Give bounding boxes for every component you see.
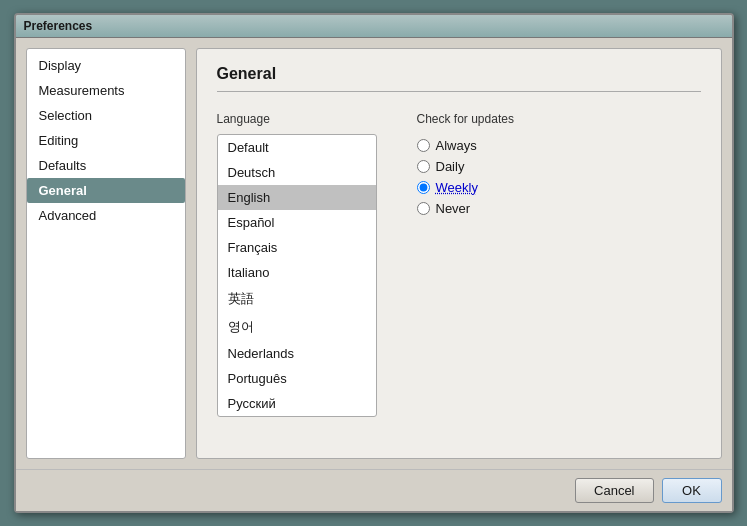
cancel-button[interactable]: Cancel (575, 478, 653, 503)
update-radio-weekly[interactable] (417, 181, 430, 194)
language-item-nederlands[interactable]: Nederlands (218, 341, 376, 366)
ok-button[interactable]: OK (662, 478, 722, 503)
update-radio-never[interactable] (417, 202, 430, 215)
window-title: Preferences (24, 19, 93, 33)
update-label-weekly: Weekly (436, 180, 478, 195)
update-label-daily: Daily (436, 159, 465, 174)
language-list[interactable]: DefaultDeutschEnglishEspañolFrançaisItal… (217, 134, 377, 417)
sidebar-item-defaults[interactable]: Defaults (27, 153, 185, 178)
language-section: Language DefaultDeutschEnglishEspañolFra… (217, 112, 377, 442)
sidebar-item-measurements[interactable]: Measurements (27, 78, 185, 103)
update-option-never[interactable]: Never (417, 201, 514, 216)
update-option-daily[interactable]: Daily (417, 159, 514, 174)
main-content: General Language DefaultDeutschEnglishEs… (196, 48, 722, 459)
language-item-japanese[interactable]: 英語 (218, 285, 376, 313)
updates-section: Check for updates AlwaysDailyWeeklyNever (417, 112, 514, 442)
language-item-korean[interactable]: 영어 (218, 313, 376, 341)
language-label: Language (217, 112, 377, 126)
language-item-portugues[interactable]: Português (218, 366, 376, 391)
language-item-italiano[interactable]: Italiano (218, 260, 376, 285)
language-item-default[interactable]: Default (218, 135, 376, 160)
language-item-deutsch[interactable]: Deutsch (218, 160, 376, 185)
updates-label: Check for updates (417, 112, 514, 126)
update-option-always[interactable]: Always (417, 138, 514, 153)
page-title: General (217, 65, 701, 92)
language-item-espanol[interactable]: Español (218, 210, 376, 235)
update-label-never: Never (436, 201, 471, 216)
update-radio-daily[interactable] (417, 160, 430, 173)
update-radio-always[interactable] (417, 139, 430, 152)
footer: Cancel OK (16, 469, 732, 511)
title-bar: Preferences (16, 15, 732, 38)
language-item-russian[interactable]: Русский (218, 391, 376, 416)
updates-radio-group: AlwaysDailyWeeklyNever (417, 138, 514, 216)
window-body: DisplayMeasurementsSelectionEditingDefau… (16, 38, 732, 469)
update-label-always: Always (436, 138, 477, 153)
sidebar-item-general[interactable]: General (27, 178, 185, 203)
language-item-francais[interactable]: Français (218, 235, 376, 260)
sidebar-item-advanced[interactable]: Advanced (27, 203, 185, 228)
preferences-window: Preferences DisplayMeasurementsSelection… (14, 13, 734, 513)
settings-row: Language DefaultDeutschEnglishEspañolFra… (217, 112, 701, 442)
sidebar-item-editing[interactable]: Editing (27, 128, 185, 153)
update-option-weekly[interactable]: Weekly (417, 180, 514, 195)
sidebar: DisplayMeasurementsSelectionEditingDefau… (26, 48, 186, 459)
sidebar-item-display[interactable]: Display (27, 53, 185, 78)
sidebar-item-selection[interactable]: Selection (27, 103, 185, 128)
language-item-english[interactable]: English (218, 185, 376, 210)
